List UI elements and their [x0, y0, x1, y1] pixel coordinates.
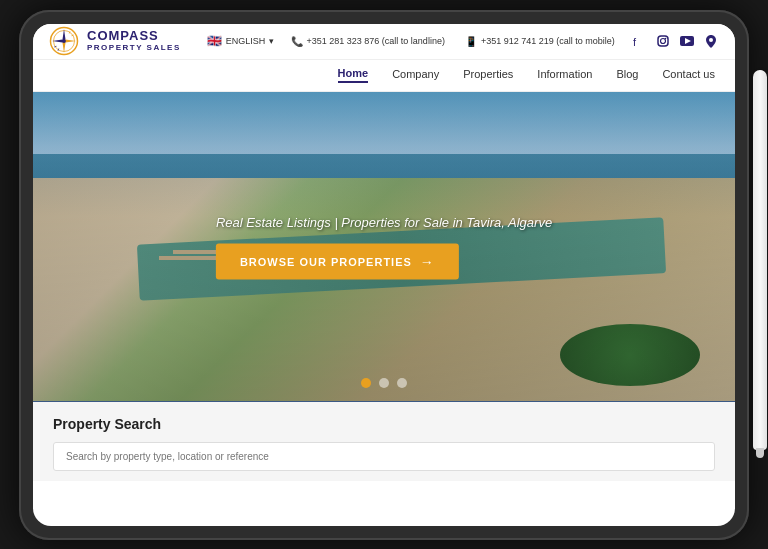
- logo-name: COMPASS: [87, 29, 181, 43]
- svg-point-17: [709, 38, 713, 42]
- logo-area[interactable]: COMPASS PROPERTY SALES: [49, 26, 181, 56]
- nav-blog[interactable]: Blog: [616, 68, 638, 82]
- phone-landline-number: +351 281 323 876 (call to landline): [307, 36, 445, 46]
- social-icons: f: [631, 33, 719, 49]
- browse-properties-button[interactable]: BROWSE OUR PROPERTIES →: [216, 243, 459, 279]
- phone-icon-2: 📱: [465, 36, 477, 47]
- nav-company[interactable]: Company: [392, 68, 439, 82]
- phone-mobile-number: +351 912 741 219 (call to mobile): [481, 36, 615, 46]
- svg-point-13: [660, 39, 665, 44]
- search-input[interactable]: [53, 442, 715, 471]
- instagram-icon[interactable]: [655, 33, 671, 49]
- phone-landline[interactable]: 📞 +351 281 323 876 (call to landline): [291, 36, 445, 47]
- phone-icon-1: 📞: [291, 36, 303, 47]
- youtube-icon[interactable]: [679, 33, 695, 49]
- flag-icon: 🇬🇧: [207, 34, 222, 48]
- language-selector[interactable]: 🇬🇧 ENGLISH ▾: [207, 34, 275, 48]
- search-title: Property Search: [53, 416, 715, 432]
- compass-logo-icon: [49, 26, 79, 56]
- phone-mobile[interactable]: 📱 +351 912 741 219 (call to mobile): [465, 36, 615, 47]
- svg-point-6: [62, 39, 66, 43]
- dot-1[interactable]: [361, 378, 371, 388]
- location-icon[interactable]: [703, 33, 719, 49]
- nav-information[interactable]: Information: [537, 68, 592, 82]
- browse-button-label: BROWSE OUR PROPERTIES: [240, 255, 412, 267]
- tablet-frame: COMPASS PROPERTY SALES 🇬🇧 ENGLISH ▾ 📞 +3…: [19, 10, 749, 540]
- top-bar: COMPASS PROPERTY SALES 🇬🇧 ENGLISH ▾ 📞 +3…: [33, 24, 735, 60]
- tablet-screen: COMPASS PROPERTY SALES 🇬🇧 ENGLISH ▾ 📞 +3…: [33, 24, 735, 526]
- svg-rect-12: [658, 36, 668, 46]
- hero-content: Real Estate Listings | Properties for Sa…: [216, 214, 552, 279]
- nav-properties[interactable]: Properties: [463, 68, 513, 82]
- phone-numbers: 📞 +351 281 323 876 (call to landline) 📱 …: [291, 36, 615, 47]
- stylus: [753, 70, 767, 450]
- dot-2[interactable]: [379, 378, 389, 388]
- hero-section: Real Estate Listings | Properties for Sa…: [33, 92, 735, 402]
- logo-text: COMPASS PROPERTY SALES: [87, 29, 181, 52]
- nav-contact[interactable]: Contact us: [662, 68, 715, 82]
- lang-label: ENGLISH: [226, 36, 266, 46]
- search-section: Property Search: [33, 402, 735, 481]
- facebook-icon[interactable]: f: [631, 33, 647, 49]
- logo-subtitle: PROPERTY SALES: [87, 44, 181, 53]
- top-bar-left: COMPASS PROPERTY SALES 🇬🇧 ENGLISH ▾: [49, 26, 274, 56]
- dot-3[interactable]: [397, 378, 407, 388]
- nav-home[interactable]: Home: [338, 67, 369, 83]
- hero-tagline: Real Estate Listings | Properties for Sa…: [216, 214, 552, 229]
- arrow-icon: →: [420, 253, 435, 269]
- svg-point-14: [665, 38, 667, 40]
- navigation-bar: Home Company Properties Information Blog…: [33, 60, 735, 92]
- svg-text:f: f: [633, 36, 637, 47]
- carousel-dots: [361, 378, 407, 388]
- chevron-down-icon: ▾: [269, 36, 274, 46]
